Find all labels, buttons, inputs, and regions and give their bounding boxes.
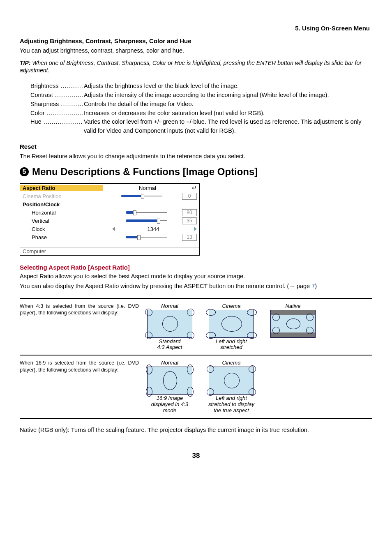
text: page: [297, 283, 311, 289]
slider[interactable]: [121, 194, 162, 198]
osd-value: 1344: [115, 226, 191, 232]
ar-cell-cinema: Cinema Left and rightstretched to displa…: [201, 360, 262, 414]
definition-list: Brightness Adjusts the brightness level …: [30, 82, 372, 136]
adjust-intro: You can adjust brightness, contrast, sha…: [20, 47, 372, 55]
reset-heading: Reset: [20, 143, 372, 150]
value-box: 80: [182, 209, 197, 216]
osd-label: Clock: [20, 226, 112, 232]
caption-bottom: Left and rightstretched: [216, 339, 247, 351]
ar-cell-cinema: Cinema Left and rightstretched: [201, 303, 262, 351]
ar-row-169: When 16:9 is selected from the source (i…: [20, 357, 372, 416]
osd-footer: Computer: [20, 247, 199, 255]
ar-cell-normal: Normal Standard4:3 Aspect: [139, 303, 201, 351]
ar-cell-normal: Normal 16:9 imagedisplayed in 4:3mode: [139, 360, 201, 414]
slider[interactable]: [126, 211, 167, 214]
aspect-line2: You can also display the Aspect Ratio wi…: [20, 282, 372, 291]
arrow-right-icon[interactable]: [194, 227, 197, 231]
osd-row-cinema: Cinema Position 0: [20, 192, 199, 200]
def-term: Contrast: [30, 91, 83, 100]
divider: [20, 355, 372, 355]
def-term: Brightness: [30, 82, 83, 91]
page-number: 38: [20, 452, 372, 460]
value-box: 13: [182, 234, 197, 241]
section-number-badge: 5: [20, 167, 29, 176]
caption-top: Native: [286, 303, 301, 309]
slider[interactable]: [126, 219, 167, 222]
aspect-ratio-table: When 4:3 is selected from the source (i.…: [20, 298, 372, 419]
caption-bottom: Left and rightstretched to displaythe tr…: [208, 395, 254, 414]
def-desc: Adjusts the intensity of the image accor…: [83, 91, 372, 100]
osd-label: Aspect Ratio: [20, 185, 103, 191]
page-link[interactable]: 7: [311, 283, 315, 289]
def-term: Color: [30, 109, 83, 118]
arrow-left-icon[interactable]: [112, 227, 115, 231]
osd-label: Horizontal: [20, 210, 112, 216]
aspect-thumb: [209, 310, 254, 338]
ar-cell-native: Native: [262, 303, 324, 351]
caption-top: Normal: [161, 303, 178, 309]
slider[interactable]: [126, 235, 167, 239]
ar-row-43: When 4:3 is selected from the source (i.…: [20, 300, 372, 353]
def-desc: Increases or decreases the color saturat…: [83, 109, 372, 118]
def-term: Sharpness: [30, 100, 83, 109]
osd-menu: Aspect Ratio Normal ↵ Cinema Position 0 …: [20, 183, 200, 256]
osd-value: Normal: [103, 185, 192, 191]
aspect-thumb: [270, 310, 316, 338]
caption-top: Cinema: [222, 303, 241, 309]
reset-body: The Reset feature allows you to change a…: [20, 152, 372, 161]
value-box: 0: [182, 193, 197, 200]
adjust-heading: Adjusting Brightness, Contrast, Sharpnes…: [20, 37, 372, 44]
tip-block: TIP: When one of Brightness, Contrast, S…: [20, 59, 372, 75]
osd-label: Cinema Position: [20, 193, 103, 199]
section-title-text: Menu Descriptions & Functions [Image Opt…: [32, 166, 258, 178]
tip-label: TIP:: [20, 60, 30, 66]
ar-row-text: When 16:9 is selected from the source (i…: [20, 360, 139, 414]
osd-label: Position/Clock: [20, 201, 103, 208]
aspect-line1: Aspect Ratio allows you to select the be…: [20, 272, 372, 281]
def-row: Sharpness Controls the detail of the ima…: [30, 100, 372, 109]
osd-row-horizontal[interactable]: Horizontal 80: [20, 208, 199, 217]
tip-body: When one of Brightness, Contrast, Sharpn…: [20, 60, 362, 74]
section-5-title: 5 Menu Descriptions & Functions [Image O…: [20, 166, 372, 178]
arrow-icon: →: [289, 283, 295, 289]
def-row: Contrast Adjusts the intensity of the im…: [30, 91, 372, 100]
aspect-thumb: [147, 367, 192, 395]
section-header: 5. Using On-Screen Menu: [20, 25, 372, 32]
caption-top: Normal: [161, 360, 178, 366]
caption-bottom: Standard4:3 Aspect: [157, 339, 182, 351]
osd-row-aspect[interactable]: Aspect Ratio Normal ↵: [20, 184, 199, 192]
osd-row-vertical[interactable]: Vertical 35: [20, 217, 199, 225]
osd-row-phase[interactable]: Phase 13: [20, 233, 199, 241]
aspect-heading: Selecting Aspect Ratio [Aspect Ratio]: [20, 264, 372, 271]
caption-bottom: 16:9 imagedisplayed in 4:3mode: [151, 395, 188, 414]
def-desc: Adjusts the brightness level or the blac…: [83, 82, 372, 91]
value-box: 35: [182, 217, 197, 224]
divider: [20, 418, 372, 419]
enter-icon: ↵: [192, 185, 197, 191]
def-row: Brightness Adjusts the brightness level …: [30, 82, 372, 91]
osd-row-clock[interactable]: Clock 1344: [20, 225, 199, 233]
def-desc: Varies the color level from +/- green to…: [83, 118, 372, 136]
text: ): [315, 283, 317, 289]
def-row: Hue Varies the color level from +/- gree…: [30, 118, 372, 136]
caption-top: Cinema: [222, 360, 241, 366]
osd-label: Vertical: [20, 218, 112, 224]
aspect-thumb: [209, 367, 254, 395]
def-term: Hue: [30, 118, 83, 136]
ar-row-text: When 4:3 is selected from the source (i.…: [20, 303, 139, 351]
aspect-thumb: [147, 310, 192, 338]
divider: [20, 298, 372, 299]
text: You can also display the Aspect Ratio wi…: [20, 283, 289, 289]
def-row: Color Increases or decreases the color s…: [30, 109, 372, 118]
native-note: Native (RGB only): Turns off the scaling…: [20, 426, 372, 434]
osd-label: Phase: [20, 234, 112, 240]
def-desc: Controls the detail of the image for Vid…: [83, 100, 372, 109]
osd-row-group: Position/Clock: [20, 200, 199, 208]
